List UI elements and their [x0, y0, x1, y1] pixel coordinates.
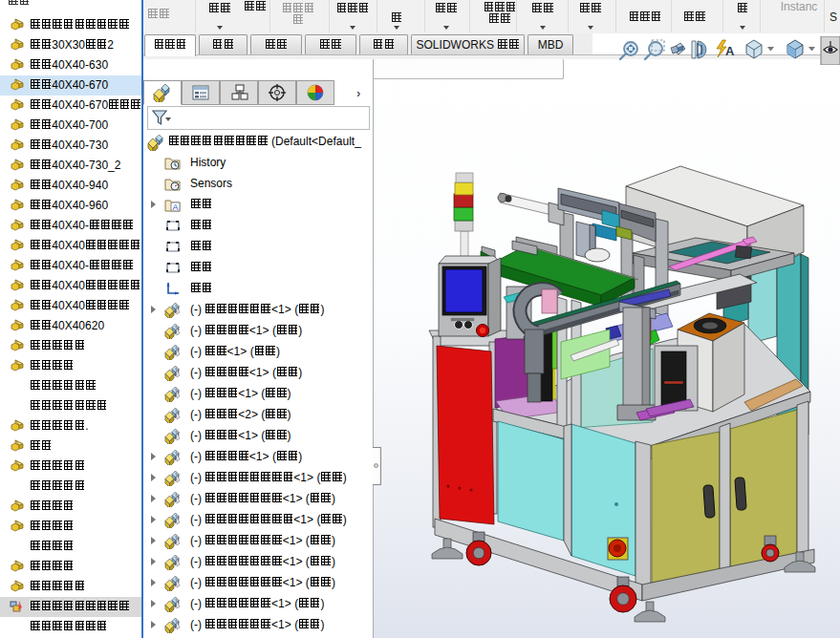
svg-text:A: A: [173, 202, 179, 212]
svg-text:A: A: [725, 44, 735, 58]
